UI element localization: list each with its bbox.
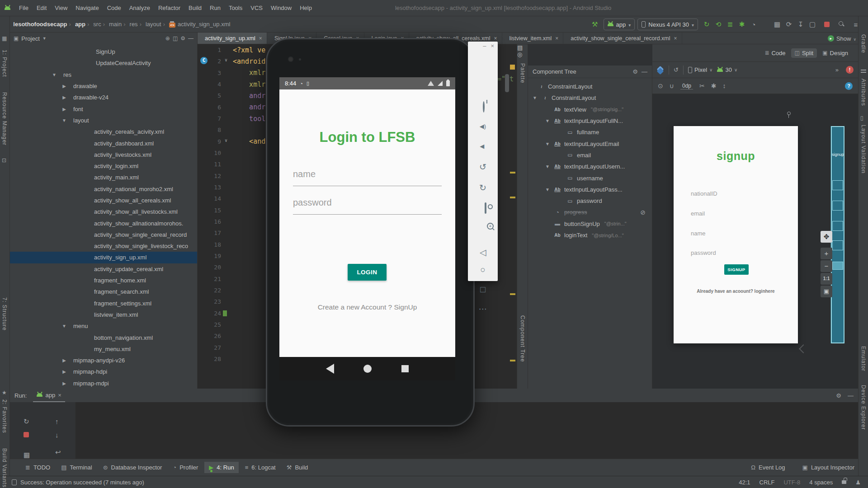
component-tree-row[interactable]: password (528, 195, 652, 206)
tree-arrow-icon[interactable]: ▶ (61, 358, 68, 363)
emulator-close-icon[interactable]: × (491, 42, 494, 49)
name-field[interactable]: name (293, 169, 442, 186)
tool-window-button[interactable]: ≡ 6: Logcat (241, 462, 280, 473)
gear-icon[interactable]: ⚙ (836, 392, 841, 399)
breadcrumb-item[interactable]: main (103, 21, 122, 28)
warning-stripe-mark[interactable] (510, 360, 515, 361)
password-field[interactable]: password (293, 197, 442, 215)
zoom-reset-button[interactable]: 1:1 (821, 273, 832, 285)
tool-tab-structure[interactable]: 7: Structure (1, 297, 8, 331)
soft-wrap-icon[interactable]: ↩ (55, 448, 61, 456)
sdk-manager-icon[interactable]: ↧ (795, 20, 807, 28)
component-tree-row[interactable]: ▼ textInputLayoutUsern... (528, 161, 652, 172)
menu-item[interactable]: Run (206, 3, 225, 13)
collapse-all-icon[interactable]: ◫ (173, 35, 178, 42)
nav-recents-icon[interactable] (401, 365, 409, 372)
tool-window-button[interactable]: ⚒ Build (282, 462, 313, 473)
menu-item[interactable]: VCS (246, 3, 267, 13)
device-selector[interactable]: Pixel ∨ (688, 66, 713, 73)
file-encoding[interactable]: UTF-8 (783, 479, 800, 486)
avd-manager-icon[interactable]: ▢ (807, 20, 818, 28)
close-icon[interactable]: × (555, 35, 558, 42)
infer-constraints-wand-icon[interactable]: ✱ (711, 82, 717, 89)
blueprint-view[interactable]: signup (830, 126, 844, 343)
tool-tab-layout-validation[interactable]: Layout Validation (860, 125, 867, 174)
layout-preview-card[interactable]: signup nationalID email name password SI… (674, 126, 798, 343)
warning-stripe-mark[interactable] (510, 65, 515, 70)
project-tree-row[interactable]: ▼ menu (10, 320, 197, 332)
tool-window-button[interactable]: Ω Event Log (746, 462, 789, 473)
clear-constraints-icon[interactable]: ✂ (699, 82, 705, 89)
tool-tab-component-tree[interactable]: Component Tree (519, 315, 526, 362)
fold-arrow-icon[interactable]: ∨ (225, 138, 227, 143)
mode-button[interactable]: ≣ Code (761, 48, 789, 58)
hide-panel-icon[interactable]: — (848, 392, 854, 399)
menu-item[interactable]: Code (103, 3, 125, 13)
gear-icon[interactable]: ⚙ (632, 68, 638, 75)
component-tree-row[interactable]: loginText "@string/Lo..." (528, 230, 652, 241)
tool-tab-build-variants[interactable]: Build Variants (1, 448, 8, 488)
tool-tab-device-explorer[interactable]: Device Explorer (860, 385, 867, 430)
more-icon[interactable]: ⋯ (479, 304, 487, 314)
status-message[interactable]: Success: Operation succeeded (7 minutes … (20, 479, 144, 486)
make-project-icon[interactable]: ⚒ (589, 20, 601, 28)
component-tree-row[interactable]: ▼ textInputLayoutEmail (528, 138, 652, 149)
component-tree-row[interactable]: progress ⊘ (528, 206, 652, 218)
project-tree-row[interactable]: activity_livestocks.xml (10, 149, 197, 160)
warning-stripe-mark[interactable] (510, 197, 515, 198)
tool-window-button[interactable]: ▣ Layout Inspector (798, 462, 859, 473)
component-tree-row[interactable]: ▼ ConstraintLayout (528, 92, 652, 103)
tool-tab-emulator[interactable]: Emulator (860, 346, 867, 371)
hide-panel-icon[interactable]: — (642, 68, 647, 75)
project-tree-row[interactable]: bottom_navigation.xml (10, 332, 197, 343)
project-tree-row[interactable]: activity_update_cereal.xml (10, 263, 197, 275)
project-tree-row[interactable]: ▶ drawable (10, 80, 197, 92)
chevron-down-icon[interactable]: ▼ (42, 36, 47, 41)
tool-tab-favorites[interactable]: 2: Favorites (1, 399, 8, 433)
editor-tab[interactable]: activity_sign_up.xml × (198, 33, 267, 44)
component-tree-row[interactable]: fullname (528, 127, 652, 138)
run-config-dropdown[interactable]: app (604, 19, 635, 30)
tool-window-button[interactable]: ▤ Terminal (57, 462, 96, 473)
menu-item[interactable]: File (15, 3, 33, 13)
tree-arrow-icon[interactable]: ▼ (61, 118, 68, 123)
tree-arrow-icon[interactable]: ▶ (61, 84, 68, 89)
volume-up-icon[interactable]: ◀) (480, 123, 486, 130)
power-icon[interactable] (483, 101, 485, 113)
menu-item[interactable]: Edit (33, 3, 51, 13)
tree-arrow-icon[interactable]: ▶ (61, 381, 68, 386)
layout-validation-device-icon[interactable]: ▯ (860, 115, 863, 121)
project-tree-row[interactable]: activity_show_single_cereal_record (10, 229, 197, 240)
orientation-icon[interactable]: ↺ (674, 66, 679, 73)
project-tool-icon[interactable]: ▦ (2, 35, 7, 42)
tree-arrow-icon[interactable]: ▶ (61, 369, 68, 374)
layers-tool-icon[interactable]: ⊡ (2, 157, 6, 164)
default-margin-value[interactable]: 0dp (680, 83, 693, 89)
view-visibility-eye-icon[interactable]: ⊙ (658, 82, 663, 89)
warning-stripe-mark[interactable] (510, 172, 515, 174)
console-output[interactable] (79, 404, 101, 442)
breadcrumb-item[interactable]: activity_sign_up.xml (163, 21, 231, 28)
profiler-icon[interactable]: ◔ (748, 21, 760, 28)
tree-arrow-icon[interactable]: ▼ (544, 118, 551, 123)
overflow-chevrons-icon[interactable]: » (835, 66, 839, 73)
search-everywhere-icon[interactable] (835, 21, 847, 28)
tree-arrow-icon[interactable]: ▼ (544, 164, 551, 169)
project-tree-row[interactable]: activity_show_allnationalmorohos. (10, 217, 197, 229)
project-tree-row[interactable]: fragment_settings.xml (10, 298, 197, 309)
error-badge[interactable]: ! (846, 66, 854, 74)
stop-button-icon[interactable] (821, 21, 833, 28)
close-icon[interactable]: × (674, 35, 677, 42)
breadcrumb-item[interactable]: layout (140, 21, 161, 28)
menu-item[interactable]: Analyze (125, 3, 154, 13)
restore-layout-icon[interactable]: ▦ (24, 451, 30, 459)
login-button[interactable]: LOGIN (348, 264, 387, 281)
create-account-link[interactable]: Create a new Account ? SignUp (279, 303, 455, 311)
debug-icon[interactable]: ✱ (736, 20, 748, 28)
pan-tool-button[interactable]: ✥ (821, 231, 832, 243)
sync-project-icon[interactable]: ⟳ (783, 20, 795, 28)
tree-arrow-icon[interactable]: ▼ (51, 72, 58, 77)
screenshot-icon[interactable] (485, 202, 486, 214)
nav-back-icon[interactable] (326, 364, 334, 374)
rerun-icon[interactable]: ↻ (701, 20, 712, 28)
